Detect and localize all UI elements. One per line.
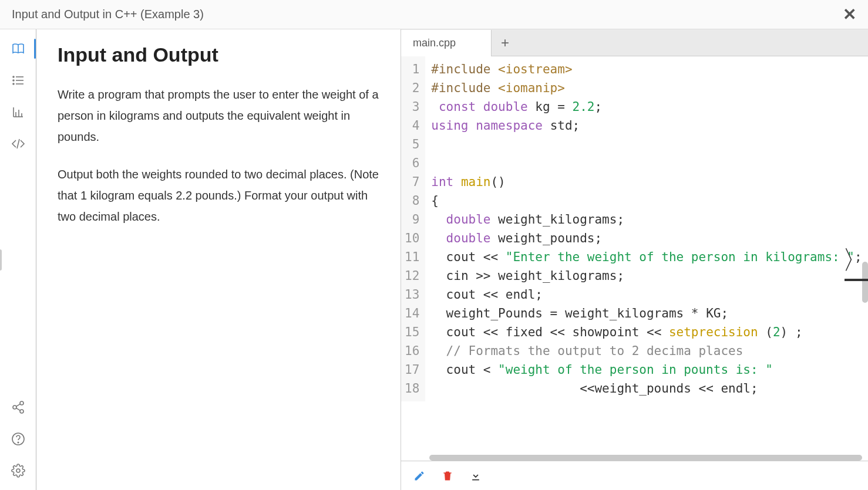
- delete-icon[interactable]: [441, 469, 454, 482]
- svg-line-16: [16, 408, 20, 410]
- code-icon[interactable]: [11, 136, 26, 151]
- settings-icon[interactable]: [11, 463, 26, 478]
- chevron-right-icon: 〉: [842, 247, 868, 273]
- dash-icon: [845, 279, 868, 281]
- svg-point-12: [20, 401, 23, 405]
- code-area[interactable]: #include <iostream>#include <iomanip> co…: [425, 56, 868, 401]
- lesson-paragraph: Write a program that prompts the user to…: [58, 84, 379, 147]
- main-area: Input and Output Write a program that pr…: [0, 29, 868, 490]
- active-indicator: [34, 39, 36, 59]
- horizontal-scrollbar[interactable]: [429, 455, 862, 461]
- tab-label: main.cpp: [413, 37, 456, 49]
- lesson-panel: Input and Output Write a program that pr…: [36, 29, 401, 490]
- lesson-title: Input and Output: [58, 43, 379, 66]
- svg-point-14: [20, 410, 23, 413]
- editor-panel: main.cpp + 123456789101112131415161718 #…: [401, 29, 868, 490]
- expand-handle[interactable]: 〉: [821, 244, 868, 276]
- download-icon[interactable]: [469, 469, 482, 482]
- window-title: Input and Output in C++ (Example 3): [12, 8, 843, 21]
- book-icon[interactable]: [11, 41, 26, 56]
- titlebar: Input and Output in C++ (Example 3) ✕: [0, 0, 868, 29]
- svg-point-18: [18, 442, 18, 442]
- svg-point-3: [13, 76, 14, 77]
- line-gutter: 123456789101112131415161718: [401, 56, 425, 401]
- svg-line-11: [17, 139, 19, 148]
- close-icon[interactable]: ✕: [843, 6, 856, 23]
- share-icon[interactable]: [11, 400, 26, 415]
- tab-main-cpp[interactable]: main.cpp: [401, 30, 492, 56]
- help-icon[interactable]: [11, 431, 26, 447]
- lesson-paragraph: Output both the weights rounded to two d…: [58, 164, 379, 227]
- list-icon[interactable]: [11, 73, 26, 88]
- svg-point-5: [13, 83, 14, 85]
- add-tab-button[interactable]: +: [492, 29, 519, 56]
- edit-icon[interactable]: [413, 469, 426, 482]
- editor-toolbar: [401, 461, 868, 490]
- svg-point-19: [16, 469, 20, 472]
- svg-line-15: [16, 404, 20, 406]
- panel-resize-handle[interactable]: [0, 249, 2, 271]
- svg-point-4: [13, 80, 14, 81]
- sidebar: [0, 29, 36, 490]
- svg-point-13: [13, 405, 16, 409]
- editor-tabs: main.cpp +: [401, 29, 868, 56]
- chart-icon[interactable]: [11, 104, 26, 120]
- code-editor[interactable]: 123456789101112131415161718 #include <io…: [401, 56, 868, 461]
